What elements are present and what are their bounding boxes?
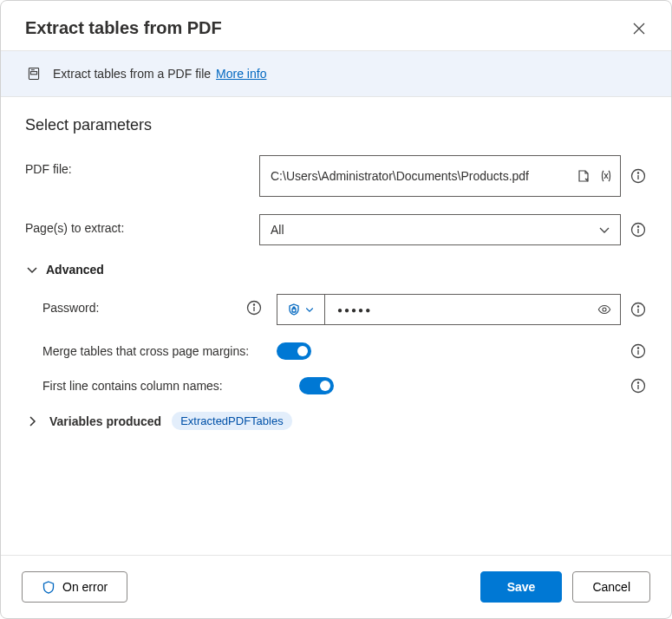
dialog-header: Extract tables from PDF	[1, 1, 671, 50]
svg-point-5	[637, 226, 638, 227]
pages-select[interactable]: All	[259, 214, 621, 245]
chevron-right-icon	[25, 414, 39, 428]
variables-label: Variables produced	[49, 414, 161, 428]
dialog-footer: On error Save Cancel	[1, 555, 671, 618]
password-row: Password: ●●●●●	[25, 294, 647, 325]
advanced-label: Advanced	[46, 263, 104, 277]
info-icon[interactable]	[630, 377, 647, 394]
info-text: Extract tables from a PDF file	[53, 67, 211, 81]
merge-row: Merge tables that cross page margins:	[25, 342, 647, 360]
info-icon[interactable]	[245, 299, 263, 316]
variables-expander[interactable]: Variables produced ExtractedPDFTables	[25, 412, 647, 430]
info-icon[interactable]	[630, 167, 647, 185]
svg-point-7	[253, 304, 254, 305]
merge-toggle[interactable]	[277, 342, 311, 360]
svg-rect-8	[292, 309, 296, 312]
chevron-down-icon	[25, 263, 39, 277]
firstline-label: First line contains column names:	[25, 379, 268, 393]
svg-rect-1	[30, 72, 36, 75]
firstline-toggle[interactable]	[299, 377, 334, 394]
chevron-down-icon	[597, 223, 611, 237]
password-value: ●●●●●	[337, 305, 597, 315]
password-input[interactable]: ●●●●●	[325, 294, 621, 325]
firstline-row: First line contains column names:	[25, 377, 647, 394]
pdf-file-label: PDF file:	[25, 155, 251, 176]
svg-point-11	[637, 306, 638, 307]
on-error-button[interactable]: On error	[22, 571, 127, 603]
close-icon[interactable]	[631, 21, 647, 36]
info-icon[interactable]	[630, 221, 647, 238]
eye-icon[interactable]	[597, 303, 611, 316]
svg-point-9	[603, 308, 606, 311]
more-info-link[interactable]: More info	[216, 67, 266, 81]
on-error-label: On error	[62, 580, 108, 594]
pdf-file-input[interactable]: C:\Users\Administrator\Documents\Product…	[259, 155, 621, 197]
variable-icon[interactable]	[599, 169, 613, 183]
svg-point-13	[637, 348, 638, 349]
save-button[interactable]: Save	[480, 571, 563, 603]
pdf-file-value: C:\Users\Administrator\Documents\Product…	[271, 168, 577, 185]
pages-value: All	[271, 223, 284, 237]
dialog-body: Select parameters PDF file: C:\Users\Adm…	[1, 97, 671, 555]
dialog: Extract tables from PDF Extract tables f…	[0, 0, 672, 619]
section-title: Select parameters	[25, 116, 647, 134]
info-icon[interactable]	[630, 342, 647, 360]
dialog-title: Extract tables from PDF	[25, 18, 222, 38]
variable-chip[interactable]: ExtractedPDFTables	[172, 412, 292, 430]
pages-label: Page(s) to extract:	[25, 214, 251, 235]
pages-row: Page(s) to extract: All	[25, 214, 647, 245]
merge-label: Merge tables that cross page margins:	[25, 344, 268, 358]
info-icon[interactable]	[630, 301, 647, 318]
select-file-icon[interactable]	[577, 169, 590, 183]
pdf-file-row: PDF file: C:\Users\Administrator\Documen…	[25, 155, 647, 197]
cancel-button[interactable]: Cancel	[572, 571, 650, 603]
pdf-icon	[25, 65, 42, 82]
advanced-expander[interactable]: Advanced	[25, 263, 647, 277]
svg-point-15	[637, 382, 638, 383]
password-label: Password:	[42, 301, 99, 315]
info-bar: Extract tables from a PDF file More info	[1, 50, 671, 97]
password-mode-button[interactable]	[277, 294, 325, 325]
svg-point-3	[637, 173, 638, 173]
